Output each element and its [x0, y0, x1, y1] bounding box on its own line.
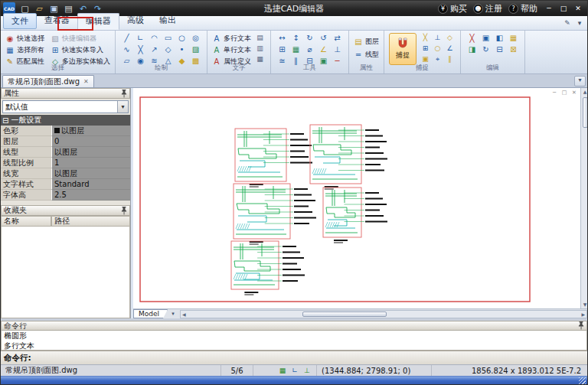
quick-select[interactable]: ◉快速选择 — [5, 33, 44, 44]
group[interactable]: ⊟ — [493, 44, 506, 55]
snap-center[interactable]: ○ — [432, 44, 443, 54]
grid-toggle[interactable]: ▦ — [278, 366, 287, 375]
vertical-scrollbar[interactable]: ▲ ▼ — [580, 88, 588, 308]
tab-list-dropdown-icon[interactable]: ▾ — [574, 76, 586, 86]
pin-icon[interactable] — [578, 321, 584, 330]
property-value[interactable]: Standard — [51, 179, 130, 190]
favorites-list[interactable] — [1, 227, 130, 318]
rotate-edit[interactable]: ↻ — [479, 44, 492, 55]
minimize[interactable]: ─ — [542, 3, 556, 15]
snap-perpendicular[interactable]: ⊥ — [432, 33, 443, 43]
select-all[interactable]: ▦选择所有 — [5, 44, 44, 56]
property-row[interactable]: 线宽以图层 — [1, 168, 130, 179]
rotate-ccw[interactable]: ↺ — [317, 33, 330, 44]
maximize[interactable]: □ — [557, 3, 570, 15]
pin-icon[interactable] — [121, 90, 127, 98]
document-tab[interactable]: 常规吊顶剖面图.dwg ✕ — [2, 75, 94, 87]
scroll-up-icon[interactable]: ▲ — [583, 88, 587, 96]
spline[interactable]: ∿ — [120, 44, 133, 55]
snap-grid[interactable]: ⊞ — [420, 44, 431, 54]
property-row[interactable]: 图层0 — [1, 136, 130, 147]
doc-restore[interactable]: □ — [560, 89, 568, 96]
polyline[interactable]: ∟ — [134, 33, 147, 44]
customize-toolbar[interactable]: ✎ — [562, 18, 573, 28]
menu-tab-editor[interactable]: 编辑器 — [77, 13, 119, 30]
rotate[interactable]: ↻ — [303, 33, 316, 44]
text-align[interactable]: ▥ — [254, 44, 266, 54]
toolbar-dropdown[interactable]: ▾ — [574, 18, 585, 28]
text-style[interactable]: ▤ — [254, 33, 266, 43]
property-row[interactable]: 线型以图层 — [1, 147, 130, 158]
rectangle[interactable]: ▭ — [162, 33, 175, 44]
command-input[interactable] — [34, 353, 584, 363]
ellipse[interactable]: ◎ — [189, 33, 202, 44]
perpendicular[interactable]: ⊥ — [331, 44, 344, 55]
ray[interactable]: ↗ — [148, 44, 161, 55]
arc[interactable]: ◠ — [148, 33, 161, 44]
grid[interactable]: ▦ — [289, 44, 302, 55]
offset[interactable]: ◨ — [466, 44, 479, 55]
favorites-col-path[interactable]: 路径 — [51, 216, 130, 227]
close[interactable]: ✕ — [571, 3, 585, 15]
hatch[interactable]: ▨ — [189, 44, 202, 55]
multiline-text[interactable]: A多行文本 — [212, 33, 251, 44]
property-value[interactable]: 1 — [51, 158, 130, 168]
doc-minimize[interactable]: ─ — [550, 89, 558, 96]
horizontal-scroll-thumb[interactable] — [302, 312, 387, 317]
resize-grip[interactable] — [579, 377, 586, 384]
menu-tab-viewer[interactable]: 查看器 — [37, 13, 77, 30]
mirror-edit[interactable]: ◧ — [493, 33, 506, 44]
scroll-right-icon[interactable]: ▶ — [580, 312, 586, 317]
construction-line[interactable]: ╳ — [134, 44, 147, 55]
explode[interactable]: ⊠ — [507, 44, 520, 55]
scroll-down-icon[interactable]: ▼ — [583, 301, 587, 308]
array[interactable]: ⊞ — [276, 44, 289, 55]
layers[interactable]: ▤图层 — [354, 36, 379, 47]
buy[interactable]: ¥购买 — [438, 3, 467, 15]
line[interactable]: ╱ — [120, 33, 133, 44]
help[interactable]: ?帮助 — [508, 3, 537, 15]
favorites-col-name[interactable]: 名称 — [1, 216, 51, 227]
quick-entity-import[interactable]: ⊞快速实体导入 — [51, 44, 110, 56]
linetype[interactable]: ═线型 — [354, 49, 379, 60]
menu-tab-output[interactable]: 输出 — [152, 13, 184, 30]
property-row[interactable]: 文字样式Standard — [1, 179, 130, 190]
property-value[interactable]: 以图层 — [51, 126, 130, 136]
osnap-toggle[interactable]: ⊥ — [302, 366, 312, 375]
property-row[interactable]: 色彩以图层 — [1, 126, 130, 136]
polygon[interactable]: ◇ — [162, 44, 175, 55]
singleline-text[interactable]: A单行文本 — [212, 44, 251, 56]
model-tab[interactable]: Model — [133, 309, 168, 318]
snap-midpoint[interactable]: ◇ — [444, 33, 456, 43]
angle[interactable]: ∠ — [317, 44, 330, 55]
property-value[interactable]: 2.5 — [51, 190, 130, 201]
drawing-viewport[interactable]: ─□✕ ▲ ▼ Model ▾ ◀ ▶ — [133, 88, 588, 318]
copy[interactable]: ▣ — [479, 33, 492, 44]
diameter[interactable]: ⌀ — [303, 44, 316, 55]
mirror[interactable]: ⇄ — [331, 33, 344, 44]
doc-close[interactable]: ✕ — [570, 89, 578, 96]
circle[interactable]: ○ — [175, 33, 188, 44]
ortho-toggle[interactable]: ∟ — [290, 366, 299, 375]
close-tab-icon[interactable]: ✕ — [83, 78, 89, 85]
property-value[interactable]: 0 — [51, 136, 130, 147]
register[interactable]: ☻注册 — [473, 3, 502, 15]
property-value[interactable]: 以图层 — [51, 147, 130, 158]
snap-angle[interactable]: ∠ — [444, 44, 456, 54]
property-row[interactable]: 线型比例1 — [1, 158, 130, 168]
snap-button[interactable]: 捕捉 — [389, 33, 416, 65]
move[interactable]: ↔ — [276, 33, 289, 44]
stretch[interactable]: ↕ — [289, 33, 302, 44]
vertical-scroll-thumb[interactable] — [583, 97, 588, 128]
command-history[interactable]: 椭圆形多行文本 — [1, 331, 587, 351]
cad-drawing-canvas[interactable] — [133, 88, 580, 308]
pin-icon[interactable] — [121, 207, 127, 215]
property-value[interactable]: 以图层 — [51, 168, 130, 179]
layout-dropdown-icon[interactable]: ▾ — [168, 311, 178, 317]
section-general-settings[interactable]: ⊟ 一般设置 — [1, 115, 130, 126]
property-row[interactable]: 字体高2.5 — [1, 190, 130, 201]
snap-endpoint[interactable]: ╳ — [420, 33, 431, 43]
menu-tab-advanced[interactable]: 高级 — [119, 13, 152, 30]
erase[interactable]: ╳ — [466, 33, 479, 44]
horizontal-scrollbar[interactable]: ◀ ▶ — [180, 310, 587, 318]
